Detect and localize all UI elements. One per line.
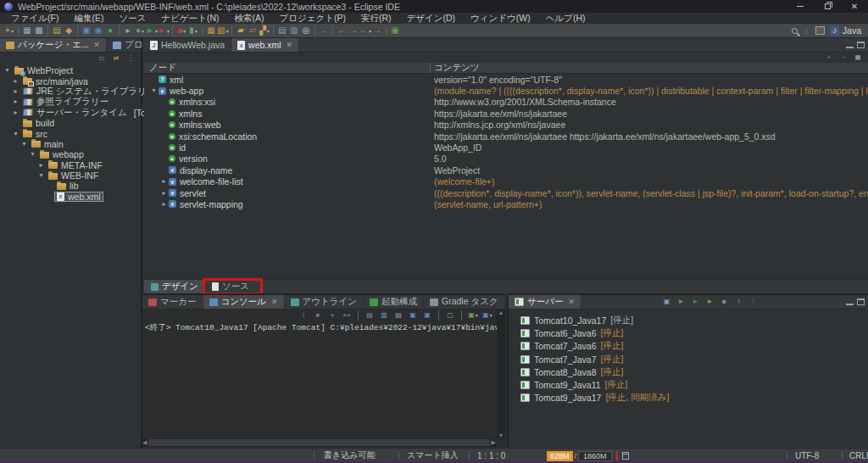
java-perspective-button[interactable]: J Java xyxy=(830,25,861,36)
tree-item[interactable]: ▸参照ライブラリー xyxy=(0,97,141,107)
server-row[interactable]: Tomcat6_Java6[停止] xyxy=(520,326,868,339)
heap-status-gauge[interactable]: 628M / 1860M xyxy=(547,450,629,461)
console-area-tab-4[interactable]: Gradle タスク xyxy=(424,295,505,309)
forward-button[interactable]: → xyxy=(348,25,359,37)
scroll-to-end-button[interactable]: ↕ xyxy=(298,310,309,321)
menu-item-6[interactable]: 実行(R) xyxy=(353,13,399,24)
table-row[interactable]: version5.0 xyxy=(144,153,868,165)
tree-item[interactable]: ▾src xyxy=(0,128,141,138)
close-tab-icon[interactable]: ✕ xyxy=(271,298,278,306)
open-console-view-button[interactable]: ▣▾ xyxy=(481,310,493,321)
table-row[interactable]: xmlns:webhttp://xmlns.jcp.org/xml/ns/jav… xyxy=(144,120,868,131)
menu-item-9[interactable]: ヘルプ(H) xyxy=(538,13,593,24)
profile-server-button[interactable]: ► xyxy=(704,297,716,307)
menu-item-1[interactable]: 編集(E) xyxy=(66,13,111,24)
minimize-view-button[interactable] xyxy=(846,299,854,305)
show-stderr-button[interactable]: ▣ xyxy=(421,310,433,321)
close-tab-icon[interactable]: ✕ xyxy=(287,41,293,49)
collapse-arrow-icon[interactable]: ▾ xyxy=(19,141,29,148)
search-dialog-button[interactable]: ◎ xyxy=(300,25,312,37)
servers-tab[interactable]: サーバー✕ xyxy=(509,295,581,309)
tree-item[interactable]: ▸META-INF xyxy=(0,160,141,170)
pin-console-button[interactable]: ▢ xyxy=(444,310,456,321)
minimize-view-button[interactable] xyxy=(846,42,854,48)
show-stdout-button[interactable]: ▣ xyxy=(407,310,419,321)
stop-button[interactable]: ■▾ xyxy=(175,25,187,37)
debug-server-button[interactable]: ► xyxy=(676,297,687,307)
start-tomcat-button[interactable]: ● xyxy=(104,25,116,37)
export-jar-button[interactable]: ◆ xyxy=(63,25,75,37)
column-content[interactable]: コンテンツ xyxy=(431,62,868,74)
new-java-project-button[interactable]: ▦ xyxy=(205,25,217,37)
server-row[interactable]: Tomcat9_Java11[停止] xyxy=(520,378,868,391)
expand-arrow-icon[interactable]: ▸ xyxy=(159,201,169,208)
server-row[interactable]: Tomcat10_Java17[停止] xyxy=(520,314,868,326)
expand-all-button[interactable]: + xyxy=(823,53,835,63)
expand-arrow-icon[interactable]: ▸ xyxy=(11,98,20,105)
table-row[interactable]: ▸welcome-file-list(welcome-file+) xyxy=(144,176,868,187)
console-area-tab-2[interactable]: アウトライン xyxy=(285,295,364,309)
page-tab-source[interactable]: ソース xyxy=(205,280,256,293)
tree-item[interactable]: ▾WebProject xyxy=(0,65,141,75)
tree-item[interactable]: ▸JRE システム・ライブラリー[JavaSE-17] xyxy=(0,86,141,97)
expand-arrow-icon[interactable]: ▸ xyxy=(11,78,20,85)
tree-item[interactable]: lib xyxy=(0,181,141,191)
publish-server-button[interactable]: ↑ xyxy=(733,297,745,307)
console-area-tab-1[interactable]: コンソール✕ xyxy=(203,295,285,309)
maximize-view-button[interactable] xyxy=(857,42,865,48)
save-all-button[interactable]: ▩ xyxy=(33,25,45,37)
menu-item-5[interactable]: プロジェクト(P) xyxy=(271,13,353,24)
console-area-tab-0[interactable]: マーカー xyxy=(142,295,203,309)
clear-console-button[interactable]: ▤ xyxy=(364,310,376,321)
server-row[interactable]: Tomcat7_Java7[停止] xyxy=(520,353,868,365)
table-row[interactable]: xsi:schemaLocationhttps://jakarta.ee/xml… xyxy=(144,131,868,142)
tree-item[interactable]: build xyxy=(0,118,141,128)
explorer-tab-0[interactable]: パッケージ・エ...✕ xyxy=(0,38,107,52)
web-browser-button[interactable]: ◉ xyxy=(92,25,104,37)
print-button[interactable]: ▤ xyxy=(51,25,63,37)
tree-item[interactable]: ▸src/main/java xyxy=(0,75,141,86)
external-tools-button[interactable]: ▸ xyxy=(122,25,134,37)
view-menu-button[interactable]: ⋮ xyxy=(125,53,136,64)
open-resource-button[interactable]: ▱ xyxy=(247,25,259,37)
console-vertical-scrollbar[interactable]: ▲▼ xyxy=(497,310,505,438)
expand-arrow-icon[interactable]: ▸ xyxy=(36,162,46,169)
start-server-button[interactable]: ► xyxy=(690,297,702,307)
minimize-button[interactable] xyxy=(787,0,814,13)
expand-arrow-icon[interactable]: ▸ xyxy=(159,190,169,197)
table-row[interactable]: ▸servlet(((description*, display-name*, … xyxy=(144,187,868,198)
remove-all-launches-button[interactable]: ×× xyxy=(341,310,353,321)
server-row[interactable]: Tomcat9_Java17[停止, 同期済み] xyxy=(520,392,868,404)
server-row[interactable]: Tomcat7_Java6[停止] xyxy=(520,340,868,353)
profile-button[interactable]: ►▾ xyxy=(158,25,170,37)
run-gc-trash-icon[interactable] xyxy=(622,452,629,460)
close-button[interactable]: ✕ xyxy=(841,0,868,13)
save-button[interactable]: ▦ xyxy=(21,25,33,37)
table-row[interactable]: display-nameWebProject xyxy=(144,165,868,176)
server-view-menu-button[interactable]: ⋮ xyxy=(748,297,760,307)
tree-item[interactable]: ▸サーバー・ランタイム[Tomcat10 (Java17)] xyxy=(0,108,141,118)
go-forward-button[interactable]: → xyxy=(371,25,383,37)
back-button[interactable]: ← xyxy=(336,25,348,37)
link-with-editor-button[interactable]: ⇄ xyxy=(110,53,122,64)
open-perspective-icon[interactable] xyxy=(815,26,825,35)
menu-item-4[interactable]: 検索(A) xyxy=(226,13,271,24)
console-horizontal-scrollbar[interactable]: ◀▶ xyxy=(142,438,496,447)
task-button[interactable]: ▥ xyxy=(288,25,300,37)
search-icon[interactable] xyxy=(792,28,798,34)
tree-item[interactable]: ▾webapp xyxy=(0,149,141,159)
table-row[interactable]: ▸servlet-mapping(servlet-name, url-patte… xyxy=(144,198,868,209)
coverage-button[interactable]: ▮▾ xyxy=(187,25,199,37)
new-web-project-button[interactable]: ▧▾ xyxy=(217,25,229,37)
last-edit-location-button[interactable]: ←▾ xyxy=(359,25,371,37)
display-selected-console-button[interactable]: ▣▾ xyxy=(467,310,479,321)
table-row[interactable]: idWebApp_ID xyxy=(144,142,868,153)
word-wrap-button[interactable]: ▤ xyxy=(392,310,404,321)
table-row[interactable]: xmlnshttps://jakarta.ee/xml/ns/jakartaee xyxy=(144,108,868,119)
collapse-arrow-icon[interactable]: ▾ xyxy=(149,87,159,94)
scroll-lock-button[interactable]: ▥ xyxy=(378,310,390,321)
menu-item-0[interactable]: ファイル(F) xyxy=(3,13,66,24)
terminate-button[interactable]: ■ xyxy=(312,310,324,321)
mark-occurrences-button[interactable]: ▣ xyxy=(389,25,401,37)
collapse-all-button[interactable]: ▭ xyxy=(96,53,108,64)
